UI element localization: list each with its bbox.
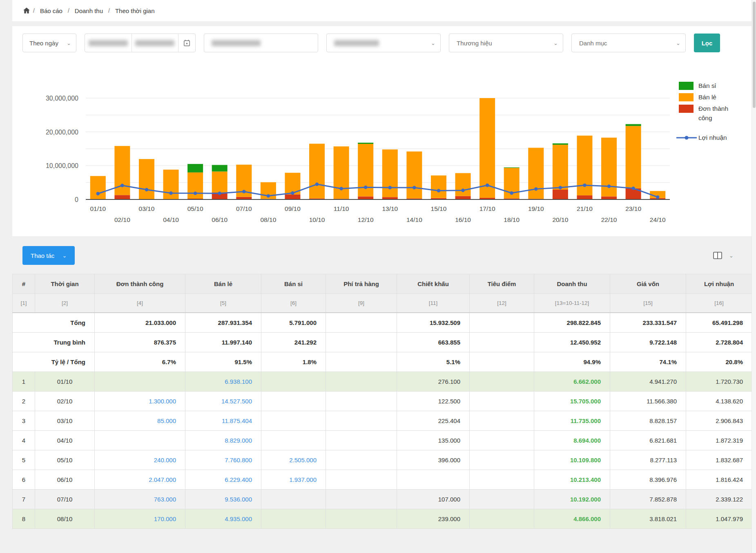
breadcrumb-bao-cao[interactable]: Báo cáo [40,7,62,14]
cell[interactable]: 8.829.000 [185,431,261,450]
svg-text:11/10: 11/10 [334,205,349,212]
cell: 11.997.140 [185,333,261,352]
cell: 876.375 [95,333,185,352]
cell[interactable]: 6.229.400 [185,470,261,490]
cell: 241.292 [261,333,326,352]
scrollbar[interactable] [752,0,756,553]
cell: 233.331.547 [610,313,686,333]
cell[interactable]: 14.527.500 [185,392,261,411]
cell [326,411,397,431]
category-select[interactable]: Danh mục ⌄ [571,34,686,52]
summary-row: Tổng21.033.000287.931.3545.791.00015.932… [13,313,752,333]
calendar-button[interactable] [178,34,195,52]
date-range-picker[interactable] [85,34,196,52]
group-by-select[interactable]: Theo ngày ⌄ [22,34,76,52]
svg-text:20,000,000: 20,000,000 [46,129,78,136]
col-header: Thời gian [35,274,95,294]
col-code: [16] [686,294,752,313]
svg-text:04/10: 04/10 [163,216,179,223]
search-value-redacted [212,40,261,46]
cell: 94.9% [534,352,610,372]
cell: 2.339.122 [686,490,752,509]
filter-bar: Theo ngày ⌄ ⌄ [12,26,752,52]
cell[interactable]: 4.935.000 [185,509,261,529]
revenue-report-page: / Báo cáo / Doanh thu / Theo thời gian T… [0,0,756,553]
svg-text:Lợi nhuận: Lợi nhuận [698,134,727,141]
filter-chart-card: Theo ngày ⌄ ⌄ [12,26,752,236]
cell: 8.828.157 [610,411,686,431]
svg-text:23/10: 23/10 [625,205,641,212]
cell: 1.872.319 [686,431,752,450]
col-header: Đơn thành công [95,274,185,294]
row-index: 3 [13,411,35,431]
cell[interactable]: 85.000 [95,411,185,431]
summary-label: Trung bình [13,333,95,352]
cell [95,372,185,392]
svg-text:18/10: 18/10 [504,216,520,223]
svg-text:14/10: 14/10 [406,216,422,223]
cell: 1.720.730 [686,372,752,392]
scrollbar-thumb[interactable] [753,2,756,108]
cell: 4.138.620 [686,392,752,411]
svg-text:15/10: 15/10 [431,205,447,212]
row-index: 5 [13,450,35,470]
svg-text:0: 0 [75,196,78,203]
cell[interactable]: 763.000 [95,490,185,509]
cell: 11.735.000 [534,411,610,431]
svg-text:22/10: 22/10 [601,216,617,223]
search-input[interactable] [204,34,318,52]
summary-label: Tỷ lệ / Tổng [13,352,95,372]
cell[interactable]: 240.000 [95,450,185,470]
cell [470,313,534,333]
cell [261,372,326,392]
cell[interactable]: 2.505.000 [261,450,326,470]
svg-text:06/10: 06/10 [212,216,227,223]
cell: 239.000 [397,509,470,529]
date-from-field[interactable] [85,34,132,52]
brand-select[interactable]: Thương hiệu ⌄ [449,34,563,52]
cell [261,392,326,411]
table-row: 202/101.300.00014.527.500122.50015.705.0… [13,392,752,411]
row-date: 06/10 [35,470,95,490]
breadcrumb-doanh-thu[interactable]: Doanh thu [75,7,103,14]
cell [326,333,397,352]
column-picker-button[interactable]: ⌄ [713,252,734,259]
date-to-field[interactable] [132,34,178,52]
cell[interactable]: 1.300.000 [95,392,185,411]
home-icon[interactable] [22,7,31,15]
breadcrumb: / Báo cáo / Doanh thu / Theo thời gian [12,0,752,21]
calendar-icon [183,39,191,47]
cell[interactable]: 11.875.404 [185,411,261,431]
svg-text:công: công [698,114,712,121]
group-by-value: Theo ngày [29,40,58,47]
svg-text:24/10: 24/10 [650,216,666,223]
svg-text:30,000,000: 30,000,000 [46,95,78,102]
col-code: [15] [610,294,686,313]
actions-button[interactable]: Thao tác ⌄ [22,246,75,265]
cell [326,509,397,529]
cell [326,431,397,450]
cell: 107.000 [397,490,470,509]
cell[interactable]: 170.000 [95,509,185,529]
cell [470,411,534,431]
cell: 396.000 [397,450,470,470]
cell[interactable]: 7.760.800 [185,450,261,470]
cell: 2.728.804 [686,333,752,352]
cell: 65.491.298 [686,313,752,333]
cell[interactable]: 6.938.100 [185,372,261,392]
col-header: Doanh thu [534,274,610,294]
filter-button[interactable]: Lọc [694,34,720,52]
cell: 1.832.687 [686,450,752,470]
breadcrumb-separator: / [68,7,69,14]
summary-row: Tỷ lệ / Tổng6.7%91.5%1.8%5.1%94.9%74.1%2… [13,352,752,372]
brand-placeholder: Thương hiệu [457,40,492,47]
cell[interactable]: 2.047.000 [95,470,185,490]
cell: 20.8% [686,352,752,372]
cell [470,333,534,352]
cell: 11.566.380 [610,392,686,411]
cell[interactable]: 1.937.000 [261,470,326,490]
store-select[interactable]: ⌄ [326,34,441,52]
col-header: Bán sỉ [261,274,326,294]
cell[interactable]: 9.536.000 [185,490,261,509]
cell: 1.816.424 [686,470,752,490]
